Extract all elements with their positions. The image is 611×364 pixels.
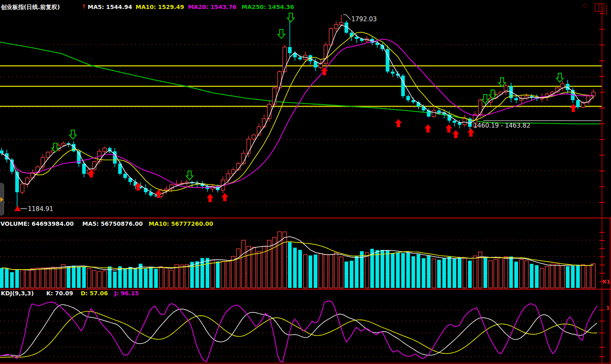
volume-bar-up[interactable]	[242, 240, 245, 288]
candle-body-up[interactable]	[46, 152, 50, 157]
volume-bar-down[interactable]	[10, 272, 14, 288]
pane-label-x1[interactable]: X1	[602, 279, 610, 285]
candle-body-up[interactable]	[432, 110, 436, 117]
candle-body-down[interactable]	[566, 84, 570, 90]
volume-bar-down[interactable]	[406, 253, 410, 288]
volume-bar-up[interactable]	[319, 254, 323, 288]
volume-bar-down[interactable]	[530, 264, 534, 288]
volume-bar-up[interactable]	[236, 249, 240, 288]
left-edge-handle[interactable]	[0, 183, 4, 216]
volume-bar-down[interactable]	[288, 242, 292, 288]
volume-bar-up[interactable]	[586, 265, 590, 288]
volume-bar-up[interactable]	[159, 267, 163, 288]
volume-bar-down[interactable]	[5, 268, 9, 288]
volume-bar-up[interactable]	[170, 270, 173, 288]
volume-bar-up[interactable]	[103, 271, 106, 288]
candle-body-down[interactable]	[422, 106, 425, 110]
volume-bar-down[interactable]	[144, 269, 147, 288]
volume-bar-up[interactable]	[20, 270, 24, 288]
volume-bar-down[interactable]	[154, 269, 158, 288]
candle-body-up[interactable]	[561, 84, 564, 88]
volume-bar-up[interactable]	[324, 254, 328, 288]
volume-bar-up[interactable]	[581, 265, 585, 288]
candle-body-up[interactable]	[247, 139, 251, 153]
candle-body-down[interactable]	[514, 98, 518, 100]
candle-body-up[interactable]	[252, 135, 256, 139]
volume-bar-up[interactable]	[432, 259, 436, 288]
volume-bar-down[interactable]	[67, 266, 70, 288]
volume-bar-up[interactable]	[504, 257, 508, 288]
volume-bar-up[interactable]	[257, 252, 261, 288]
volume-bar-down[interactable]	[298, 250, 302, 288]
volume-bar-down[interactable]	[427, 256, 430, 288]
volume-bar-down[interactable]	[416, 254, 420, 288]
volume-bar-up[interactable]	[339, 257, 343, 288]
volume-bar-down[interactable]	[293, 248, 297, 288]
volume-bar-up[interactable]	[283, 232, 287, 288]
volume-bar-down[interactable]	[360, 251, 364, 288]
candle-body-up[interactable]	[272, 88, 276, 104]
volume-bar-up[interactable]	[303, 254, 307, 288]
volume-bar-down[interactable]	[514, 262, 518, 288]
candle-body-up[interactable]	[334, 25, 338, 29]
volume-bar-up[interactable]	[463, 258, 466, 288]
volume-bar-up[interactable]	[489, 261, 492, 288]
candle-body-down[interactable]	[298, 57, 302, 59]
volume-bar-down[interactable]	[448, 257, 451, 288]
volume-bar-up[interactable]	[57, 267, 60, 288]
volume-bar-down[interactable]	[308, 256, 312, 288]
volume-bar-down[interactable]	[123, 268, 127, 288]
candle-body-up[interactable]	[586, 96, 590, 102]
volume-bar-up[interactable]	[46, 268, 50, 288]
volume-bar-up[interactable]	[175, 265, 179, 288]
expand-triangle-icon[interactable]	[0, 197, 3, 202]
volume-bar-up[interactable]	[93, 270, 96, 288]
volume-bar-up[interactable]	[165, 268, 168, 288]
candle-body-up[interactable]	[165, 189, 168, 190]
volume-bar-down[interactable]	[442, 258, 446, 288]
candle-body-up[interactable]	[324, 45, 328, 63]
candle-body-down[interactable]	[129, 178, 132, 182]
candle-body-up[interactable]	[226, 174, 230, 180]
instrument-title[interactable]: 创业板指(日线.前复权)	[1, 4, 60, 11]
volume-bar-up[interactable]	[231, 256, 235, 288]
volume-bar-up[interactable]	[473, 256, 477, 288]
volume-bar-up[interactable]	[221, 261, 225, 288]
candle-body-down[interactable]	[453, 121, 456, 123]
candle-body-up[interactable]	[463, 119, 466, 125]
volume-bar-down[interactable]	[571, 266, 575, 288]
volume-bar-up[interactable]	[561, 265, 564, 288]
volume-bar-down[interactable]	[355, 256, 358, 288]
candle-body-down[interactable]	[576, 100, 580, 107]
volume-bar-up[interactable]	[591, 264, 595, 288]
candle-body-down[interactable]	[0, 151, 4, 153]
candle-body-up[interactable]	[478, 100, 482, 115]
candle-body-up[interactable]	[61, 143, 65, 145]
volume-bar-down[interactable]	[386, 251, 389, 288]
volume-bar-up[interactable]	[36, 268, 39, 288]
volume-bar-up[interactable]	[545, 266, 549, 288]
volume-bar-down[interactable]	[82, 267, 86, 288]
candle-body-down[interactable]	[406, 96, 410, 100]
volume-bar-up[interactable]	[185, 264, 189, 288]
volume-bar-down[interactable]	[576, 265, 580, 288]
volume-bar-down[interactable]	[437, 260, 441, 288]
volume-bar-down[interactable]	[401, 253, 405, 288]
volume-bar-down[interactable]	[113, 272, 117, 288]
volume-bar-down[interactable]	[468, 261, 472, 288]
volume-bar-up[interactable]	[556, 264, 559, 288]
volume-bar-down[interactable]	[509, 256, 513, 288]
volume-bar-up[interactable]	[550, 264, 554, 288]
candle-body-up[interactable]	[20, 184, 24, 192]
candle-body-up[interactable]	[339, 22, 343, 25]
candle-body-up[interactable]	[262, 119, 266, 127]
volume-bar-down[interactable]	[396, 252, 400, 288]
volume-bar-down[interactable]	[77, 267, 81, 288]
volume-bar-up[interactable]	[525, 261, 528, 288]
volume-bar-down[interactable]	[216, 261, 220, 288]
split-window-icon[interactable]	[595, 3, 604, 12]
candle-body-down[interactable]	[437, 110, 441, 112]
volume-bar-up[interactable]	[334, 253, 338, 288]
candle-body-down[interactable]	[82, 164, 86, 174]
volume-bar-down[interactable]	[15, 270, 19, 288]
